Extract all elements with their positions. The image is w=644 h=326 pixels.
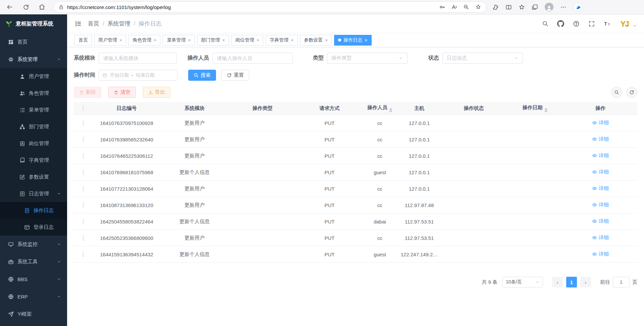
- help-icon[interactable]: [573, 20, 580, 27]
- row-checkbox[interactable]: [83, 120, 84, 126]
- row-checkbox[interactable]: [83, 219, 84, 224]
- sidebar-item-dept-mgmt[interactable]: 部门管理: [0, 118, 67, 135]
- tab-dict-mgmt[interactable]: 字典管理×: [266, 35, 298, 46]
- header-search-icon[interactable]: [542, 20, 548, 27]
- collections-icon[interactable]: [532, 4, 538, 10]
- saved-password-key-icon[interactable]: [439, 4, 445, 10]
- next-page-button[interactable]: ›: [580, 277, 591, 287]
- detail-link[interactable]: 详细: [592, 251, 609, 257]
- tab-close-icon[interactable]: ×: [325, 38, 328, 43]
- sidebar-item-erp[interactable]: ERP: [0, 288, 67, 305]
- clear-button[interactable]: 清空: [108, 87, 136, 98]
- module-filter-input[interactable]: [99, 53, 177, 64]
- breadcrumb-system[interactable]: 系统管理: [108, 20, 130, 27]
- row-checkbox[interactable]: [83, 153, 84, 159]
- fullscreen-icon[interactable]: [588, 20, 595, 27]
- search-icon: [194, 73, 199, 78]
- tab-oper-log[interactable]: 操作日志×: [334, 35, 371, 46]
- detail-link[interactable]: 详细: [592, 235, 609, 241]
- row-checkbox[interactable]: [83, 170, 84, 175]
- extensions-puzzle-icon[interactable]: [492, 4, 499, 10]
- tab-close-icon[interactable]: ×: [291, 38, 293, 43]
- site-lock-icon[interactable]: [59, 5, 64, 10]
- row-checkbox[interactable]: [83, 252, 84, 257]
- row-checkbox[interactable]: [83, 186, 84, 192]
- sidebar-item-param-settings[interactable]: 参数设置: [0, 169, 67, 185]
- bing-copilot-icon[interactable]: [573, 2, 583, 12]
- tab-menu-mgmt[interactable]: 菜单管理×: [163, 35, 195, 46]
- browser-profile-avatar[interactable]: [545, 3, 553, 11]
- tab-close-icon[interactable]: ×: [222, 38, 225, 43]
- tab-close-icon[interactable]: ×: [154, 38, 156, 43]
- row-checkbox[interactable]: [83, 137, 84, 142]
- detail-link[interactable]: 详细: [592, 169, 609, 175]
- address-bar[interactable]: https://ccnetcore.com:1101/system/log/op…: [54, 1, 486, 13]
- sidebar-collapse-icon[interactable]: [74, 20, 82, 27]
- type-filter-select[interactable]: 操作类型: [327, 53, 408, 64]
- split-screen-icon[interactable]: [505, 4, 512, 10]
- github-icon[interactable]: [557, 20, 564, 27]
- sidebar-item-oper-log[interactable]: 操作日志: [0, 202, 67, 219]
- detail-link[interactable]: 详细: [592, 152, 609, 159]
- zoom-out-icon[interactable]: [463, 4, 469, 10]
- sidebar-item-dict-mgmt[interactable]: 字典管理: [0, 152, 67, 169]
- tab-close-icon[interactable]: ×: [365, 38, 367, 43]
- browser-home-icon[interactable]: [36, 1, 48, 13]
- tab-post-mgmt[interactable]: 岗位管理×: [231, 35, 263, 46]
- goto-page-input[interactable]: [613, 277, 630, 287]
- column-operator-sortable[interactable]: 操作人员: [362, 105, 397, 113]
- sidebar-item-login-log[interactable]: 登录日志: [0, 219, 67, 236]
- add-favorite-star-icon[interactable]: [475, 4, 481, 10]
- sidebar-item-sys-monitor[interactable]: 系统监控: [0, 236, 67, 253]
- browser-back-icon[interactable]: [4, 1, 15, 13]
- show-search-toggle-button[interactable]: [611, 87, 622, 98]
- detail-link[interactable]: 详细: [592, 202, 609, 208]
- sidebar-item-system-mgmt[interactable]: 系统管理: [0, 51, 67, 68]
- browser-refresh-icon[interactable]: [20, 1, 32, 13]
- read-aloud-icon[interactable]: [451, 4, 457, 10]
- font-size-icon[interactable]: TT: [604, 20, 612, 27]
- avatar-caret-down-icon[interactable]: [633, 24, 637, 27]
- operator-filter-input[interactable]: [212, 53, 293, 64]
- url-text[interactable]: https://ccnetcore.com:1101/system/log/op…: [67, 4, 439, 10]
- detail-link[interactable]: 详细: [592, 218, 609, 224]
- reset-button[interactable]: 重置: [221, 70, 249, 81]
- detail-link[interactable]: 详细: [592, 120, 609, 126]
- refresh-table-button[interactable]: [626, 87, 637, 98]
- tab-user-mgmt[interactable]: 用户管理×: [94, 35, 126, 46]
- sidebar-item-log-mgmt[interactable]: 日志管理: [0, 185, 67, 202]
- sidebar-item-yi-frame[interactable]: Yi框架: [0, 305, 67, 323]
- delete-button[interactable]: 删除: [74, 87, 101, 98]
- user-avatar-logo[interactable]: YJ: [621, 19, 629, 28]
- row-checkbox[interactable]: [83, 235, 84, 241]
- detail-link[interactable]: 详细: [592, 136, 609, 142]
- breadcrumb-home[interactable]: 首页: [88, 20, 99, 27]
- tab-home[interactable]: 首页: [74, 35, 92, 46]
- column-date-sortable[interactable]: 操作日期: [506, 105, 564, 113]
- sidebar-item-home[interactable]: 首页: [0, 33, 67, 51]
- page-number-1[interactable]: 1: [566, 277, 577, 287]
- tab-dept-mgmt[interactable]: 部门管理×: [197, 35, 229, 46]
- sidebar-item-bbs[interactable]: BBS: [0, 270, 67, 288]
- search-button[interactable]: 搜索: [188, 70, 216, 81]
- sidebar-item-post-mgmt[interactable]: 岗位管理: [0, 135, 67, 152]
- sidebar-item-menu-mgmt[interactable]: 菜单管理: [0, 102, 67, 118]
- tab-close-icon[interactable]: ×: [119, 38, 122, 43]
- tab-param-settings[interactable]: 参数设置×: [300, 35, 332, 46]
- tab-role-mgmt[interactable]: 角色管理×: [128, 35, 160, 46]
- prev-page-button[interactable]: ‹: [552, 277, 563, 287]
- date-range-picker[interactable]: 开始日期 - 结束日期: [99, 70, 177, 81]
- row-checkbox[interactable]: [83, 202, 84, 208]
- detail-link[interactable]: 详细: [592, 185, 609, 192]
- tab-close-icon[interactable]: ×: [188, 38, 191, 43]
- export-button[interactable]: 导出: [143, 87, 170, 98]
- status-filter-select[interactable]: 日志状态: [442, 53, 523, 64]
- sidebar-item-user-mgmt[interactable]: 用户管理: [0, 68, 67, 85]
- select-all-checkbox[interactable]: [83, 106, 84, 111]
- browser-more-icon[interactable]: [560, 4, 567, 10]
- page-size-select[interactable]: 10条/页: [502, 277, 543, 287]
- favorites-bar-icon[interactable]: [519, 4, 525, 10]
- tab-close-icon[interactable]: ×: [257, 38, 259, 43]
- sidebar-item-role-mgmt[interactable]: 角色管理: [0, 85, 67, 102]
- sidebar-item-sys-tools[interactable]: 系统工具: [0, 253, 67, 270]
